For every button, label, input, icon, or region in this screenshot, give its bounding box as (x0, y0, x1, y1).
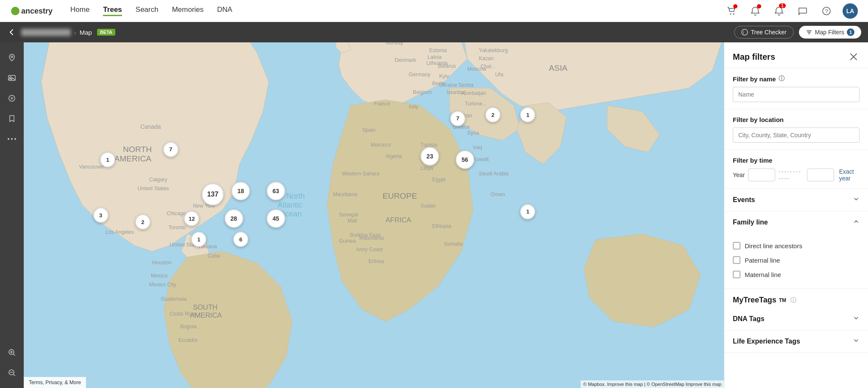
beta-badge: BETA (97, 29, 115, 36)
map-cluster-c5[interactable]: 137 (202, 183, 224, 205)
map-cluster-c2[interactable]: 1 (100, 152, 115, 167)
paternal-line-checkbox[interactable] (733, 256, 740, 264)
svg-text:Algeria: Algeria (386, 153, 402, 159)
svg-text:Mexico City: Mexico City (149, 282, 177, 288)
map-cluster-c8[interactable]: 12 (184, 211, 199, 226)
svg-text:Azerbaijan: Azerbaijan (462, 90, 487, 96)
map-cluster-c14[interactable]: 2 (485, 107, 501, 122)
zoom-in-sidebar-btn[interactable] (3, 344, 20, 361)
nav-links: Home Trees Search Memories DNA (70, 6, 724, 16)
alerts-button[interactable]: 1 (771, 3, 787, 19)
svg-text:EUROPE: EUROPE (383, 191, 417, 200)
more-sidebar-btn[interactable] (3, 130, 20, 147)
alerts-count-badge: 1 (779, 3, 786, 8)
subheader-actions: i Tree Checker Map Filters 1 (734, 26, 861, 39)
terms-bar[interactable]: Terms, Privacy, & More (24, 377, 86, 388)
map-cluster-c6[interactable]: 18 (231, 182, 250, 200)
filter-location-input[interactable] (733, 127, 860, 143)
svg-text:Ethiopia: Ethiopia (432, 223, 451, 229)
map-cluster-c10[interactable]: 45 (267, 209, 285, 228)
map-cluster-c4[interactable]: 2 (135, 214, 150, 230)
year-start-input[interactable] (748, 169, 775, 181)
photo-sidebar-btn[interactable] (3, 69, 20, 86)
svg-text:Senegal: Senegal (339, 212, 358, 218)
direct-line-checkbox[interactable] (733, 242, 740, 249)
filter-name-input[interactable] (733, 87, 860, 102)
map-cluster-c9[interactable]: 28 (225, 209, 243, 228)
exact-year-link[interactable]: Exact year (839, 168, 860, 182)
map-cluster-c3[interactable]: 3 (93, 208, 108, 223)
ancestry-logo[interactable]: ancestry (10, 3, 57, 19)
maternal-line-row[interactable]: Maternal line (733, 267, 860, 282)
map-container[interactable]: NORTH AMERICA SOUTH AMERICA EUROPE AFRIC… (24, 42, 724, 388)
svg-text:Sudan: Sudan (420, 203, 436, 209)
close-panel-button[interactable] (848, 51, 860, 63)
map-cluster-c7[interactable]: 63 (267, 182, 285, 200)
filter-name-info-icon[interactable]: ⓘ (779, 75, 785, 83)
filter-sidebar-btn[interactable] (3, 90, 20, 107)
notifications-button[interactable] (748, 3, 763, 19)
svg-text:France: France (374, 101, 390, 107)
map-cluster-c1[interactable]: 7 (163, 142, 178, 157)
svg-text:North: North (287, 192, 305, 200)
nav-home[interactable]: Home (70, 6, 89, 16)
location-pin-sidebar-btn[interactable] (3, 49, 20, 66)
direct-line-ancestors-row[interactable]: Direct line ancestors (733, 238, 860, 253)
nav-dna[interactable]: DNA (217, 6, 232, 16)
cart-button[interactable] (724, 3, 739, 19)
svg-text:Libya: Libya (420, 165, 433, 171)
paternal-line-row[interactable]: Paternal line (733, 253, 860, 267)
svg-text:Western Sahara: Western Sahara (342, 171, 379, 177)
map-cluster-c16[interactable]: 23 (420, 147, 439, 166)
breadcrumb-divider: › (74, 29, 76, 36)
svg-text:Chel...: Chel... (481, 64, 496, 69)
life-experience-tags-collapsible-header[interactable]: Life Experience Tags (724, 330, 868, 353)
user-avatar[interactable]: LA (843, 3, 858, 19)
dna-tags-collapsible-header[interactable]: DNA Tags (724, 308, 868, 330)
year-label: Year (733, 172, 745, 178)
svg-text:Italy: Italy (409, 104, 419, 110)
filter-by-location-section: Filter by location (724, 109, 868, 150)
map-cluster-c15[interactable]: 1 (520, 107, 535, 122)
svg-text:Canada: Canada (140, 124, 161, 130)
zoom-out-sidebar-btn[interactable] (3, 364, 20, 381)
svg-text:Iraq: Iraq (473, 144, 482, 150)
family-line-collapsible-header[interactable]: Family line (724, 211, 868, 233)
svg-text:Ivory Coast: Ivory Coast (356, 247, 383, 252)
svg-text:Guatemala: Guatemala (161, 296, 187, 302)
map-cluster-c13[interactable]: 7 (450, 111, 465, 126)
filter-by-time-section: Filter by time Year ------------ Exact y… (724, 150, 868, 189)
map-cluster-c11[interactable]: 1 (191, 232, 206, 247)
maternal-line-checkbox[interactable] (733, 271, 740, 278)
filter-count-badge: 1 (847, 28, 854, 36)
map-cluster-c18[interactable]: 1 (520, 204, 535, 219)
chat-button[interactable] (795, 3, 810, 19)
family-line-section-title: Family line (733, 219, 768, 226)
map-filters-button[interactable]: Map Filters 1 (799, 26, 861, 39)
life-experience-tags-title: Life Experience Tags (733, 338, 800, 345)
map-cluster-c12[interactable]: 6 (233, 232, 248, 247)
svg-text:Toronto: Toronto (168, 224, 186, 230)
svg-text:Mauritania: Mauritania (333, 191, 358, 197)
nav-memories[interactable]: Memories (172, 6, 204, 16)
year-end-input[interactable] (807, 169, 834, 181)
bookmark-sidebar-btn[interactable] (3, 110, 20, 127)
filter-by-name-section: Filter by name ⓘ (724, 68, 868, 109)
filter-by-time-label: Filter by time (733, 157, 860, 164)
tree-checker-button[interactable]: i Tree Checker (734, 26, 793, 39)
paternal-line-label: Paternal line (745, 257, 780, 264)
nav-trees[interactable]: Trees (103, 6, 122, 16)
svg-text:Calgary: Calgary (149, 177, 167, 183)
panel-title: Map filters (733, 52, 775, 62)
family-line-chevron-icon (853, 218, 860, 227)
left-sidebar (0, 42, 24, 388)
nav-search[interactable]: Search (136, 6, 159, 16)
mytree-info-icon[interactable]: ⓘ (790, 297, 796, 304)
help-button[interactable]: ? (819, 3, 834, 19)
events-collapsible-header[interactable]: Events (724, 189, 868, 211)
svg-point-3 (733, 13, 734, 14)
map-cluster-c17[interactable]: 56 (456, 150, 474, 169)
svg-text:Ukraine: Ukraine (439, 82, 457, 88)
events-section-title: Events (733, 196, 755, 204)
back-button[interactable] (7, 28, 16, 37)
